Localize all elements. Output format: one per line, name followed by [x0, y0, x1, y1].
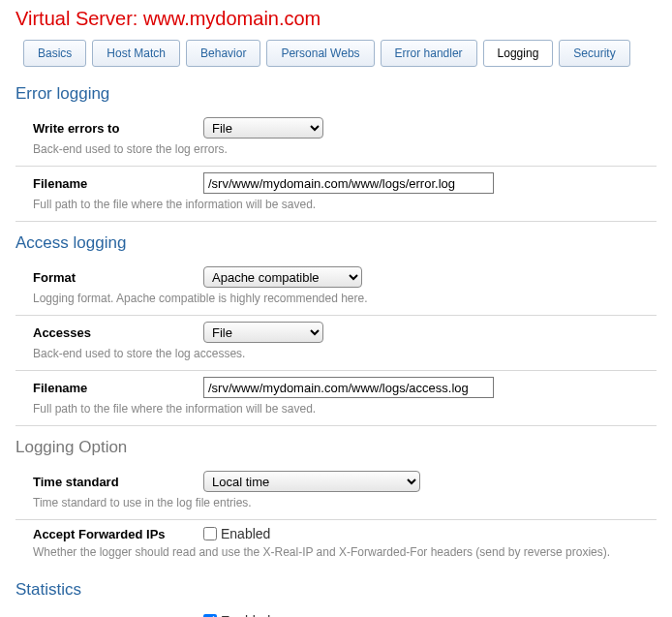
- tab-personal-webs[interactable]: Personal Webs: [266, 40, 374, 67]
- input-error-filename[interactable]: [203, 172, 494, 194]
- select-time-standard[interactable]: Local time: [203, 471, 420, 492]
- label-access-filename: Filename: [33, 381, 203, 395]
- tab-basics[interactable]: Basics: [23, 40, 86, 67]
- select-accesses[interactable]: File: [203, 322, 323, 343]
- field-format: Format Apache compatible Logging format.…: [15, 261, 657, 316]
- checkbox-accept-forwarded-ips-wrap[interactable]: Enabled: [203, 526, 270, 541]
- help-write-errors-to: Back-end used to store the log errors.: [33, 142, 657, 156]
- help-format: Logging format. Apache compatible is hig…: [33, 292, 657, 305]
- section-logging-option: Logging Option: [15, 438, 657, 457]
- tab-host-match[interactable]: Host Match: [92, 40, 180, 67]
- field-error-filename: Filename Full path to the file where the…: [15, 167, 657, 222]
- help-accept-forwarded-ips: Whether the logger should read and use t…: [33, 545, 657, 559]
- label-collect-statistics: Collect Statistics: [33, 614, 203, 618]
- label-time-standard: Time standard: [33, 475, 203, 489]
- input-access-filename[interactable]: [203, 377, 494, 398]
- label-accesses: Accesses: [33, 325, 203, 340]
- checkbox-label-accept-forwarded-ips: Enabled: [221, 526, 270, 541]
- help-time-standard: Time standard to use in the log file ent…: [33, 496, 657, 509]
- label-format: Format: [33, 270, 203, 285]
- field-accept-forwarded-ips: Accept Forwarded IPs Enabled Whether the…: [15, 520, 657, 569]
- select-format[interactable]: Apache compatible: [203, 266, 362, 288]
- help-error-filename: Full path to the file where the informat…: [33, 198, 657, 211]
- label-accept-forwarded-ips: Accept Forwarded IPs: [33, 527, 203, 541]
- field-collect-statistics: Collect Statistics Enabled Whether or no…: [15, 607, 657, 617]
- checkbox-collect-statistics-wrap[interactable]: Enabled: [203, 613, 270, 617]
- field-accesses: Accesses File Back-end used to store the…: [15, 316, 657, 371]
- field-access-filename: Filename Full path to the file where the…: [15, 371, 657, 426]
- section-statistics: Statistics: [15, 580, 657, 600]
- checkbox-label-collect-statistics: Enabled: [221, 613, 270, 617]
- page-title: Virtual Server: www.mydomain.com: [15, 8, 657, 30]
- tabs-bar: Basics Host Match Behavior Personal Webs…: [23, 40, 657, 67]
- checkbox-accept-forwarded-ips[interactable]: [203, 527, 217, 540]
- field-write-errors-to: Write errors to File Back-end used to st…: [15, 111, 657, 167]
- label-write-errors-to: Write errors to: [33, 121, 203, 136]
- field-time-standard: Time standard Local time Time standard t…: [15, 465, 657, 520]
- select-write-errors-to[interactable]: File: [203, 117, 323, 139]
- tab-logging[interactable]: Logging: [483, 40, 554, 67]
- section-access-logging: Access logging: [15, 233, 657, 253]
- help-access-filename: Full path to the file where the informat…: [33, 402, 657, 416]
- tab-behavior[interactable]: Behavior: [186, 40, 260, 67]
- tab-error-handler[interactable]: Error handler: [381, 40, 477, 67]
- section-error-logging: Error logging: [15, 84, 657, 104]
- tab-security[interactable]: Security: [559, 40, 629, 67]
- help-accesses: Back-end used to store the log accesses.: [33, 347, 657, 360]
- label-error-filename: Filename: [33, 176, 203, 191]
